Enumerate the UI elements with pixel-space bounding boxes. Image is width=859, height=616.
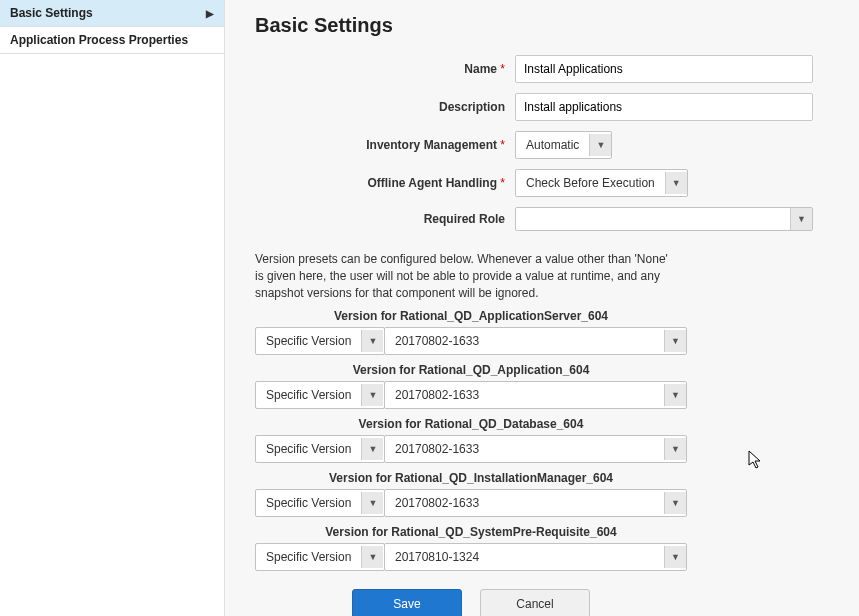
main-panel: Basic Settings Name * Description Invent… [225, 0, 859, 616]
inventory-label: Inventory Management * [255, 138, 515, 152]
version-type-select[interactable]: Specific Version▼ [255, 327, 385, 355]
sidebar-item-label: Basic Settings [10, 6, 93, 20]
version-label: Version for Rational_QD_Database_604 [255, 417, 687, 431]
page-title: Basic Settings [255, 14, 829, 37]
chevron-down-icon: ▼ [361, 438, 383, 460]
description-label: Description [255, 100, 515, 114]
role-label: Required Role [255, 212, 515, 226]
chevron-down-icon: ▼ [664, 384, 686, 406]
chevron-down-icon: ▼ [664, 330, 686, 352]
version-value-select[interactable]: 20170802-1633▼ [384, 489, 687, 517]
name-label: Name * [255, 62, 515, 76]
save-button[interactable]: Save [352, 589, 462, 616]
inventory-select[interactable]: Automatic ▼ [515, 131, 612, 159]
chevron-down-icon: ▼ [790, 208, 812, 230]
version-value-select[interactable]: 20170802-1633▼ [384, 381, 687, 409]
sidebar: Basic Settings ▶ Application Process Pro… [0, 0, 225, 616]
sidebar-item-basic-settings[interactable]: Basic Settings ▶ [0, 0, 224, 27]
version-label: Version for Rational_QD_SystemPre-Requis… [255, 525, 687, 539]
sidebar-item-app-process-props[interactable]: Application Process Properties [0, 27, 224, 54]
offline-label: Offline Agent Handling * [255, 176, 515, 190]
sidebar-item-label: Application Process Properties [10, 33, 188, 47]
chevron-down-icon: ▼ [361, 384, 383, 406]
version-type-select[interactable]: Specific Version▼ [255, 543, 385, 571]
chevron-down-icon: ▼ [589, 134, 611, 156]
role-select[interactable]: ▼ [515, 207, 813, 231]
chevron-down-icon: ▼ [664, 546, 686, 568]
chevron-down-icon: ▼ [361, 546, 383, 568]
version-type-select[interactable]: Specific Version▼ [255, 435, 385, 463]
chevron-down-icon: ▼ [665, 172, 687, 194]
chevron-down-icon: ▼ [664, 438, 686, 460]
name-input[interactable] [515, 55, 813, 83]
version-type-select[interactable]: Specific Version▼ [255, 381, 385, 409]
chevron-down-icon: ▼ [361, 330, 383, 352]
cancel-button[interactable]: Cancel [480, 589, 590, 616]
version-label: Version for Rational_QD_InstallationMana… [255, 471, 687, 485]
chevron-down-icon: ▼ [361, 492, 383, 514]
chevron-right-icon: ▶ [206, 8, 214, 19]
version-value-select[interactable]: 20170802-1633▼ [384, 327, 687, 355]
description-input[interactable] [515, 93, 813, 121]
version-type-select[interactable]: Specific Version▼ [255, 489, 385, 517]
version-value-select[interactable]: 20170810-1324▼ [384, 543, 687, 571]
chevron-down-icon: ▼ [664, 492, 686, 514]
version-label: Version for Rational_QD_ApplicationServe… [255, 309, 687, 323]
offline-select[interactable]: Check Before Execution ▼ [515, 169, 688, 197]
presets-note: Version presets can be configured below.… [255, 241, 675, 309]
version-value-select[interactable]: 20170802-1633▼ [384, 435, 687, 463]
version-label: Version for Rational_QD_Application_604 [255, 363, 687, 377]
